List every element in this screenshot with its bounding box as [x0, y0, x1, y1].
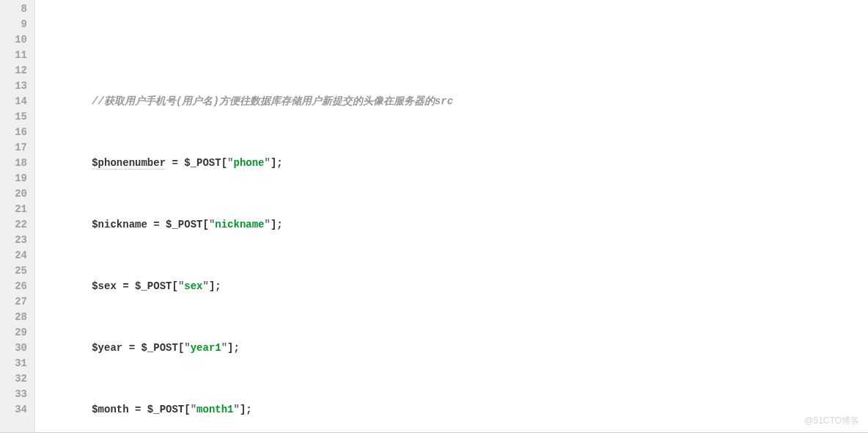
line-number: 25	[4, 263, 27, 279]
line-number-gutter: 8910111213141516171819202122232425262728…	[0, 0, 35, 432]
line-number: 15	[4, 109, 27, 125]
watermark: @51CTO博客	[804, 413, 859, 429]
code-line: $phonenumber = $_POST["phone"];	[43, 156, 868, 171]
line-number: 17	[4, 140, 27, 156]
line-number: 32	[4, 371, 27, 387]
line-number: 8	[4, 1, 27, 17]
line-number: 13	[4, 79, 27, 94]
code-line: $sex = $_POST["sex"];	[43, 279, 868, 294]
code-editor: 8910111213141516171819202122232425262728…	[0, 0, 868, 433]
line-number: 19	[4, 171, 27, 186]
line-number: 21	[4, 202, 27, 217]
line-number: 23	[4, 233, 27, 248]
line-number: 12	[4, 63, 27, 79]
line-number: 16	[4, 125, 27, 140]
comment: //获取用户手机号(用户名)方便往数据库存储用户新提交的头像在服务器的src	[92, 95, 453, 107]
code-line: //获取用户手机号(用户名)方便往数据库存储用户新提交的头像在服务器的src	[43, 94, 868, 109]
code-area[interactable]: //获取用户手机号(用户名)方便往数据库存储用户新提交的头像在服务器的src $…	[35, 0, 868, 432]
line-number: 18	[4, 156, 27, 171]
code-line: $year = $_POST["year1"];	[43, 341, 868, 356]
line-number: 26	[4, 279, 27, 294]
line-number: 33	[4, 387, 27, 402]
line-number: 24	[4, 248, 27, 263]
line-number: 20	[4, 186, 27, 202]
line-number: 27	[4, 294, 27, 310]
line-number: 14	[4, 94, 27, 109]
code-line: $nickname = $_POST["nickname"];	[43, 217, 868, 233]
line-number: 11	[4, 48, 27, 63]
line-number: 9	[4, 17, 27, 32]
code-line: $month = $_POST["month1"];	[43, 402, 868, 418]
line-number: 30	[4, 341, 27, 356]
line-number: 10	[4, 32, 27, 48]
line-number: 34	[4, 402, 27, 418]
line-number: 31	[4, 356, 27, 371]
line-number: 22	[4, 217, 27, 233]
line-number: 28	[4, 310, 27, 325]
line-number: 29	[4, 325, 27, 341]
